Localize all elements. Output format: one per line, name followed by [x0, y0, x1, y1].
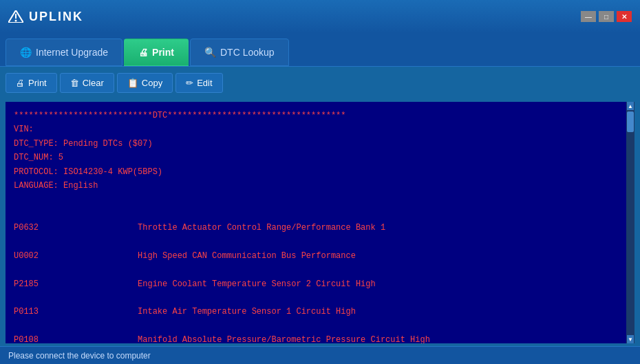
clear-button[interactable]: 🗑 Clear — [60, 73, 114, 93]
print-tab-icon: 🖨 — [138, 47, 148, 58]
edit-button-icon: ✏ — [186, 78, 193, 88]
tab-bar: 🌐 Internet Upgrade 🖨 Print 🔍 DTC Lookup — [0, 33, 640, 66]
logo-icon — [8, 10, 23, 23]
minimize-button[interactable]: — — [581, 11, 596, 22]
tab-print[interactable]: 🖨 Print — [124, 39, 189, 66]
edit-button-label: Edit — [197, 78, 212, 88]
clear-button-icon: 🗑 — [70, 78, 79, 88]
main-window: UPLINK — □ ✕ 🌐 Internet Upgrade 🖨 Print … — [0, 0, 640, 364]
dtc-text-content[interactable]: ****************************DTC*********… — [6, 102, 626, 343]
print-button-label: Print — [28, 78, 47, 88]
copy-button-icon: 📋 — [127, 78, 138, 88]
copy-button[interactable]: 📋 Copy — [117, 73, 173, 93]
copy-button-label: Copy — [142, 78, 162, 88]
dtc-lookup-icon: 🔍 — [204, 47, 216, 58]
status-bar: Please connect the device to computer — [0, 346, 640, 364]
scroll-up-button[interactable]: ▲ — [627, 102, 634, 110]
scroll-down-button[interactable]: ▼ — [627, 335, 634, 343]
print-button[interactable]: 🖨 Print — [6, 73, 57, 93]
toolbar: 🖨 Print 🗑 Clear 📋 Copy ✏ Edit — [0, 66, 640, 99]
internet-upgrade-icon: 🌐 — [20, 47, 32, 58]
svg-point-2 — [15, 20, 17, 22]
close-button[interactable]: ✕ — [617, 11, 632, 22]
scrollbar[interactable]: ▲ ▼ — [626, 102, 634, 343]
app-title: UPLINK — [29, 10, 83, 24]
window-controls: — □ ✕ — [581, 11, 632, 22]
scrollbar-thumb[interactable] — [627, 111, 634, 132]
print-button-icon: 🖨 — [16, 78, 25, 88]
tab-print-label: Print — [152, 47, 174, 58]
edit-button[interactable]: ✏ Edit — [175, 73, 222, 93]
tab-dtc-lookup[interactable]: 🔍 DTC Lookup — [190, 39, 289, 66]
content-area: ****************************DTC*********… — [6, 102, 634, 343]
title-bar: UPLINK — □ ✕ — [0, 0, 640, 33]
maximize-button[interactable]: □ — [599, 11, 614, 22]
tab-internet-upgrade-label: Internet Upgrade — [36, 47, 108, 58]
tab-internet-upgrade[interactable]: 🌐 Internet Upgrade — [6, 39, 122, 66]
tab-dtc-lookup-label: DTC Lookup — [220, 47, 275, 58]
clear-button-label: Clear — [83, 78, 104, 88]
status-message: Please connect the device to computer — [8, 351, 151, 361]
logo-area: UPLINK — [8, 10, 83, 24]
